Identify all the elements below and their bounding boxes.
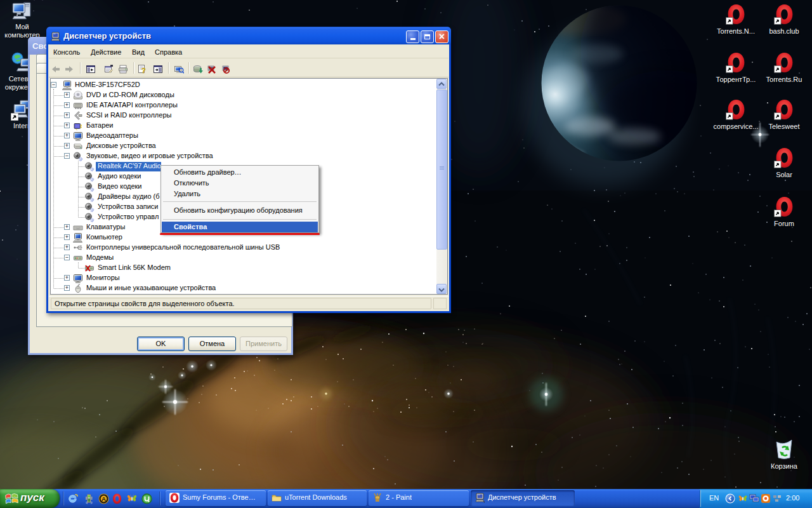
svg-text:p: p	[91, 501, 93, 504]
svg-text:A: A	[102, 495, 106, 502]
